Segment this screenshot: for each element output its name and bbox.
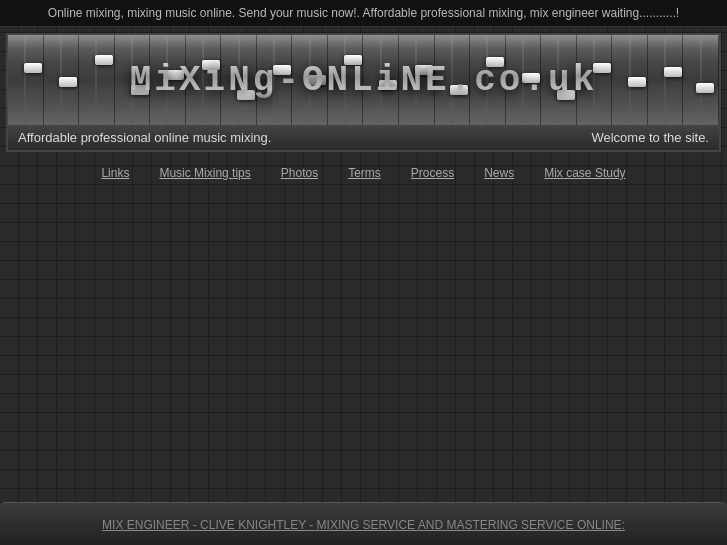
header-tagline-left: Affordable professional online music mix… [18, 130, 271, 145]
fader-col-18 [612, 35, 648, 125]
fader-col-2 [44, 35, 80, 125]
nav-link-process[interactable]: Process [411, 166, 454, 180]
site-logo: MiXiNg-ONLiNE.co.uk [130, 60, 597, 101]
logo-area: MiXiNg-ONLiNE.co.uk [8, 35, 719, 125]
bottom-link[interactable]: MIX ENGINEER - CLIVE KNIGHTLEY - MIXING … [102, 518, 625, 532]
bottom-section: MIX ENGINEER - CLIVE KNIGHTLEY - MIXING … [0, 502, 727, 545]
main-nav: Links Music Mixing tips Photos Terms Pro… [0, 156, 727, 190]
fader-col-20 [683, 35, 719, 125]
fader-col-3 [79, 35, 115, 125]
nav-link-photos[interactable]: Photos [281, 166, 318, 180]
header-tagline-bar: Affordable professional online music mix… [8, 125, 719, 150]
nav-link-music-mixing-tips[interactable]: Music Mixing tips [159, 166, 250, 180]
nav-link-mix-case-study[interactable]: Mix case Study [544, 166, 625, 180]
fader-col-19 [648, 35, 684, 125]
header-tagline-right: Welcome to the site. [591, 130, 709, 145]
site-header: MiXiNg-ONLiNE.co.uk Affordable professio… [6, 33, 721, 152]
main-content [0, 194, 727, 464]
top-banner: Online mixing, mixing music online. Send… [0, 0, 727, 27]
nav-link-news[interactable]: News [484, 166, 514, 180]
nav-link-links[interactable]: Links [101, 166, 129, 180]
top-banner-text: Online mixing, mixing music online. Send… [48, 6, 679, 20]
fader-col-1 [8, 35, 44, 125]
nav-link-terms[interactable]: Terms [348, 166, 381, 180]
